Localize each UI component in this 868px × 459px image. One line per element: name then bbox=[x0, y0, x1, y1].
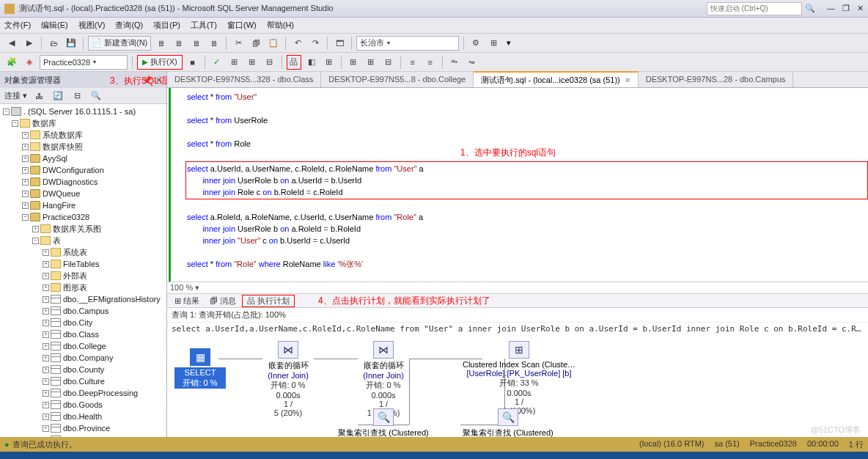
tree-item[interactable]: +外部表 bbox=[0, 270, 166, 282]
tree-table[interactable]: +dbo.Role bbox=[0, 434, 166, 437]
outdent-icon[interactable]: ≡ bbox=[423, 55, 438, 70]
oe-tool-icon[interactable]: 🖧 bbox=[32, 89, 46, 103]
toolbar-btn[interactable]: ⊞ bbox=[364, 55, 378, 70]
plan-node[interactable]: 🔍 聚集索引查找 (Clustered) [Role].[PK_Role] [c… bbox=[328, 408, 438, 437]
tree-item[interactable]: +FileTables bbox=[0, 258, 166, 270]
tree-practice[interactable]: −Practice0328 bbox=[0, 211, 166, 223]
tree-tables[interactable]: −表 bbox=[0, 235, 166, 246]
tree-table[interactable]: +dbo.__EFMigrationsHistory bbox=[0, 293, 166, 305]
sql-editor[interactable]: select * from "User" select * from UserR… bbox=[169, 88, 868, 282]
copy-icon[interactable]: 🗐 bbox=[249, 36, 263, 51]
database-combo[interactable]: Practice0328▾ bbox=[40, 55, 128, 70]
tree-item[interactable]: +数据库关系图 bbox=[0, 223, 166, 235]
tab-results[interactable]: ⊞ 结果 bbox=[170, 295, 204, 306]
toolbar-btn[interactable]: ⊞ bbox=[322, 55, 336, 70]
save-icon[interactable]: 💾 bbox=[64, 36, 78, 51]
toolbar-btn[interactable]: ⥳ bbox=[465, 55, 479, 70]
tree-table[interactable]: +dbo.City bbox=[0, 317, 166, 328]
oe-tool-icon[interactable]: 🔍 bbox=[89, 89, 103, 103]
toolbar-btn[interactable]: ◈ bbox=[22, 55, 37, 70]
execution-plan-canvas[interactable]: ▦ SELECT 开销: 0 % ⋈ 嵌套的循环 (Inner Join) 开销… bbox=[167, 335, 868, 437]
tree-item[interactable]: +系统表 bbox=[0, 246, 166, 258]
tab-execution-plan[interactable]: 品 执行计划 bbox=[242, 295, 295, 307]
toolbar-btn[interactable]: ⊞ bbox=[245, 55, 260, 70]
tree-table[interactable]: +dbo.Goods bbox=[0, 399, 166, 411]
menu-view[interactable]: 视图(V) bbox=[78, 20, 106, 31]
new-query-button[interactable]: 📄 新建查询(N) bbox=[88, 36, 151, 51]
toolbar-btn[interactable]: ⥲ bbox=[447, 55, 462, 70]
toolbar-btn[interactable]: ⊞ bbox=[227, 55, 242, 70]
toolbar-btn[interactable]: ⊞ bbox=[346, 55, 361, 70]
menu-edit[interactable]: 编辑(E) bbox=[41, 20, 68, 31]
connect-button[interactable]: 连接 ▾ bbox=[4, 90, 27, 101]
minimize-button[interactable]: — bbox=[827, 4, 835, 13]
tree-table[interactable]: +dbo.Class bbox=[0, 328, 166, 340]
toolbar-btn[interactable]: 🗎 bbox=[172, 36, 186, 51]
toolbar-btn[interactable]: 🗎 bbox=[154, 36, 169, 51]
plan-node[interactable]: ⋈ 嵌套的循环 (Inner Join) 开销: 0 % 0.000s 1 / … bbox=[240, 341, 336, 417]
plan-node[interactable]: ⊞ Clustered Index Scan (Cluste… [UserRol… bbox=[446, 341, 592, 415]
paste-icon[interactable]: 📋 bbox=[266, 36, 281, 51]
tab-active[interactable]: 测试语句.sql - (local...ice0328 (sa (51))✕ bbox=[474, 71, 639, 87]
indent-icon[interactable]: ≡ bbox=[405, 55, 420, 70]
plan-node[interactable]: ⋈ 嵌套的循环 (Inner Join) 开销: 0 % 0.000s 1 / … bbox=[336, 341, 431, 417]
parse-icon[interactable]: ✓ bbox=[210, 55, 224, 70]
oe-tool-icon[interactable]: ⊟ bbox=[70, 89, 84, 103]
forward-button[interactable]: ▶ bbox=[22, 36, 37, 51]
tab-messages[interactable]: 🗐 消息 bbox=[205, 295, 240, 306]
tab[interactable]: DESKTOP-E997NS5...328 - dbo.Class bbox=[167, 71, 321, 87]
tree-item[interactable]: +DWDiagnostics bbox=[0, 176, 166, 188]
oe-tool-icon[interactable]: 🔄 bbox=[51, 89, 65, 103]
plan-node-select[interactable]: ▦ SELECT 开销: 0 % bbox=[174, 348, 226, 389]
zoom-combo[interactable]: 100 % ▾ bbox=[167, 282, 868, 293]
tree-table[interactable]: +dbo.Province bbox=[0, 422, 166, 434]
tree-table[interactable]: +dbo.DeepProcessing bbox=[0, 387, 166, 399]
tree-databases[interactable]: −数据库 bbox=[0, 117, 166, 129]
toolbar-btn[interactable]: 🗎 bbox=[207, 36, 221, 51]
toolbar-btn[interactable]: ◧ bbox=[304, 55, 319, 70]
toolbar-btn[interactable]: ⊞ bbox=[486, 36, 501, 51]
close-button[interactable]: ✕ bbox=[857, 4, 864, 13]
undo-icon[interactable]: ↶ bbox=[290, 36, 305, 51]
tab[interactable]: DESKTOP-E997NS...28 - dbo.Campus bbox=[639, 71, 794, 87]
tree-item[interactable]: +DWQueue bbox=[0, 188, 166, 199]
cut-icon[interactable]: ✂ bbox=[231, 36, 246, 51]
quick-launch-input[interactable] bbox=[707, 2, 802, 15]
tree-item[interactable]: +图形表 bbox=[0, 282, 166, 293]
search-icon[interactable]: 🔍 bbox=[805, 4, 815, 13]
tree-item[interactable]: +DWConfiguration bbox=[0, 164, 166, 176]
tree-table[interactable]: +dbo.College bbox=[0, 340, 166, 352]
toolbar-btn[interactable]: 🗎 bbox=[189, 36, 204, 51]
tree-table[interactable]: +dbo.Culture bbox=[0, 375, 166, 387]
back-button[interactable]: ◀ bbox=[4, 36, 19, 51]
tree-table[interactable]: +dbo.Campus bbox=[0, 305, 166, 317]
actual-plan-button[interactable]: 品 bbox=[287, 55, 301, 70]
tree-item[interactable]: +数据库快照 bbox=[0, 141, 166, 153]
tree-item[interactable]: +AyySql bbox=[0, 153, 166, 164]
toolbar-btn[interactable]: ⊟ bbox=[381, 55, 396, 70]
tree-table[interactable]: +dbo.Health bbox=[0, 411, 166, 422]
close-tab-icon[interactable]: ✕ bbox=[625, 76, 630, 84]
toolbar-btn[interactable]: 🗔 bbox=[332, 36, 347, 51]
toolbar-btn[interactable]: 🧩 bbox=[4, 55, 19, 70]
menu-file[interactable]: 文件(F) bbox=[4, 20, 31, 31]
plan-node[interactable]: 🔍 聚集索引查找 (Clustered) [User].[PK_User] [a… bbox=[453, 408, 563, 437]
tree-item[interactable]: +系统数据库 bbox=[0, 129, 166, 141]
tree-table[interactable]: +dbo.Company bbox=[0, 352, 166, 364]
toolbar-btn[interactable]: ⚙ bbox=[468, 36, 483, 51]
tree-table[interactable]: +dbo.County bbox=[0, 364, 166, 375]
oe-tree[interactable]: −. (SQL Server 16.0.1115.1 - sa) −数据库 +系… bbox=[0, 104, 166, 437]
tree-server[interactable]: −. (SQL Server 16.0.1115.1 - sa) bbox=[0, 106, 166, 117]
tab[interactable]: DESKTOP-E997NS5...8 - dbo.College bbox=[321, 71, 474, 87]
redo-icon[interactable]: ↷ bbox=[308, 36, 323, 51]
stop-icon[interactable]: ■ bbox=[185, 55, 200, 70]
toolbar-btn[interactable]: ⊟ bbox=[262, 55, 277, 70]
execute-button[interactable]: ▶执行(X) bbox=[137, 55, 183, 70]
maximize-button[interactable]: ❐ bbox=[842, 4, 850, 13]
tree-item[interactable]: +HangFire bbox=[0, 199, 166, 211]
menu-help[interactable]: 帮助(H) bbox=[267, 20, 294, 31]
menu-project[interactable]: 项目(P) bbox=[153, 20, 180, 31]
city-combo[interactable]: 长治市▾ bbox=[356, 36, 459, 51]
menu-query[interactable]: 查询(Q) bbox=[115, 20, 143, 31]
open-icon[interactable]: 🗁 bbox=[46, 36, 61, 51]
